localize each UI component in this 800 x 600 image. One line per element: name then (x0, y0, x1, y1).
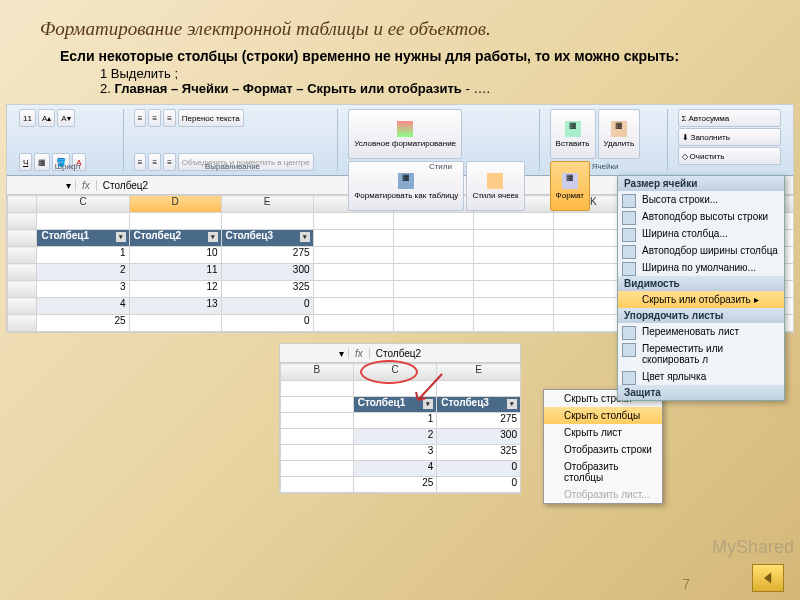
result-grid: BCEСтолбец1▾Столбец3▾12752300332540250 (280, 363, 521, 493)
step-2: 2. Главная – Ячейки – Формат – Скрыть ил… (100, 81, 800, 96)
ribbon-group-cells: Ячейки (544, 162, 667, 171)
data-cell[interactable]: 325 (221, 281, 313, 298)
autosum-button[interactable]: Σ Автосумма (678, 109, 781, 127)
format-menu-item[interactable]: Автоподбор высоты строки (618, 208, 784, 225)
increase-font-button[interactable]: A▴ (38, 109, 55, 127)
menu-section: Упорядочить листы (618, 308, 784, 323)
body-text: Если некоторые столбцы (строки) временно… (60, 48, 760, 64)
data-cell[interactable]: 0 (221, 315, 313, 332)
format-menu-item[interactable]: Ширина по умолчанию... (618, 259, 784, 276)
data-cell: 4 (353, 461, 437, 477)
delete-button[interactable]: ▦Удалить (598, 109, 641, 159)
table-header: Столбец1▾ (353, 397, 437, 413)
format-menu-item[interactable]: Переименовать лист (618, 323, 784, 340)
cond-format-icon (397, 121, 413, 137)
ribbon-group-align: Выравнивание (128, 162, 337, 171)
page-number: 7 (682, 576, 690, 592)
data-cell[interactable]: 11 (129, 264, 221, 281)
data-cell: 25 (353, 477, 437, 493)
fill-button[interactable]: ⬇ Заполнить (678, 128, 781, 146)
menu-item-icon (622, 245, 636, 259)
data-cell[interactable]: 1 (37, 247, 129, 264)
clear-button[interactable]: ◇ Очистить (678, 147, 781, 165)
format-icon: ▦ (562, 173, 578, 189)
styles-icon (487, 173, 503, 189)
format-menu-item[interactable]: Ширина столбца... (618, 225, 784, 242)
format-menu-item[interactable]: Цвет ярлычка (618, 368, 784, 385)
data-cell[interactable]: 25 (37, 315, 129, 332)
col-header-C[interactable]: C (37, 196, 129, 213)
watermark: MyShared (712, 537, 794, 558)
context-item[interactable]: Отобразить столбцы (544, 458, 662, 486)
name-box[interactable]: ▾ (7, 180, 76, 191)
col-header-B[interactable]: B (281, 364, 354, 381)
table-header: Столбец3▾ (437, 397, 521, 413)
format-menu-item[interactable]: Высота строки... (618, 191, 784, 208)
hide-context-menu: Скрыть строкиСкрыть столбцыСкрыть листОт… (543, 389, 663, 504)
ribbon-group-styles: Стили (342, 162, 538, 171)
data-cell: 300 (437, 429, 521, 445)
wrap-text-button[interactable]: Перенос текста (178, 109, 244, 127)
table-header[interactable]: Столбец1▾ (37, 230, 129, 247)
col-header-C[interactable]: C (353, 364, 437, 381)
data-cell: 0 (437, 461, 521, 477)
formula-value-2: Столбец2 (370, 348, 520, 359)
align-top-button[interactable]: ≡ (134, 109, 147, 127)
menu-item-icon (622, 343, 636, 357)
data-cell: 1 (353, 413, 437, 429)
excel-screenshot-main: 11 A▴ A▾ Ч ▦ 🪣 A Шрифт ≡ ≡ ≡ Перенос тек… (6, 104, 794, 333)
data-cell[interactable]: 2 (37, 264, 129, 281)
data-cell[interactable]: 4 (37, 298, 129, 315)
decrease-font-button[interactable]: A▾ (57, 109, 74, 127)
slide-title: Форматирование электронной таблицы и ее … (40, 18, 800, 40)
col-header-E[interactable]: E (221, 196, 313, 213)
context-item[interactable]: Отобразить строки (544, 441, 662, 458)
data-cell[interactable]: 3 (37, 281, 129, 298)
format-dropdown-menu: Размер ячейкиВысота строки...Автоподбор … (617, 175, 785, 401)
col-header-D[interactable]: D (129, 196, 221, 213)
table-header[interactable]: Столбец2▾ (129, 230, 221, 247)
menu-item-icon (622, 228, 636, 242)
menu-item-icon (622, 371, 636, 385)
font-size-selector[interactable]: 11 (19, 109, 36, 127)
name-box-2[interactable]: ▾ (280, 348, 349, 359)
context-item[interactable]: Скрыть столбцы (544, 407, 662, 424)
data-cell[interactable]: 12 (129, 281, 221, 298)
format-menu-item[interactable]: Переместить или скопировать л (618, 340, 784, 368)
format-menu-item-hide[interactable]: Скрыть или отобразить ▸ (618, 291, 784, 308)
data-cell[interactable]: 13 (129, 298, 221, 315)
menu-section: Защита (618, 385, 784, 400)
conditional-format-button[interactable]: Условное форматирование (348, 109, 462, 159)
data-cell[interactable]: 0 (221, 298, 313, 315)
menu-section: Размер ячейки (618, 176, 784, 191)
table-icon: ▦ (398, 173, 414, 189)
menu-item-icon (622, 262, 636, 276)
ribbon: 11 A▴ A▾ Ч ▦ 🪣 A Шрифт ≡ ≡ ≡ Перенос тек… (7, 105, 793, 176)
data-cell: 325 (437, 445, 521, 461)
data-cell: 275 (437, 413, 521, 429)
format-menu-item[interactable]: Автоподбор ширины столбца (618, 242, 784, 259)
menu-item-icon (622, 326, 636, 340)
nav-back-button[interactable] (752, 564, 784, 592)
data-cell: 0 (437, 477, 521, 493)
fx-label-2: fx (349, 348, 370, 359)
align-mid-button[interactable]: ≡ (148, 109, 161, 127)
excel-screenshot-result: ▾ fx Столбец2 BCEСтолбец1▾Столбец3▾12752… (279, 343, 521, 494)
data-cell: 3 (353, 445, 437, 461)
fx-label[interactable]: fx (76, 180, 97, 191)
data-cell[interactable]: 300 (221, 264, 313, 281)
context-item[interactable]: Отобразить лист... (544, 486, 662, 503)
data-cell: 2 (353, 429, 437, 445)
menu-section: Видимость (618, 276, 784, 291)
data-cell[interactable]: 10 (129, 247, 221, 264)
col-header-E[interactable]: E (437, 364, 521, 381)
context-item[interactable]: Скрыть лист (544, 424, 662, 441)
data-cell[interactable]: 275 (221, 247, 313, 264)
data-cell[interactable] (129, 315, 221, 332)
menu-item-icon (622, 211, 636, 225)
insert-button[interactable]: ▦Вставить (550, 109, 596, 159)
ribbon-group-font: Шрифт (13, 162, 123, 171)
align-bot-button[interactable]: ≡ (163, 109, 176, 127)
table-header[interactable]: Столбец3▾ (221, 230, 313, 247)
step-1: 1 Выделить ; (100, 66, 800, 81)
